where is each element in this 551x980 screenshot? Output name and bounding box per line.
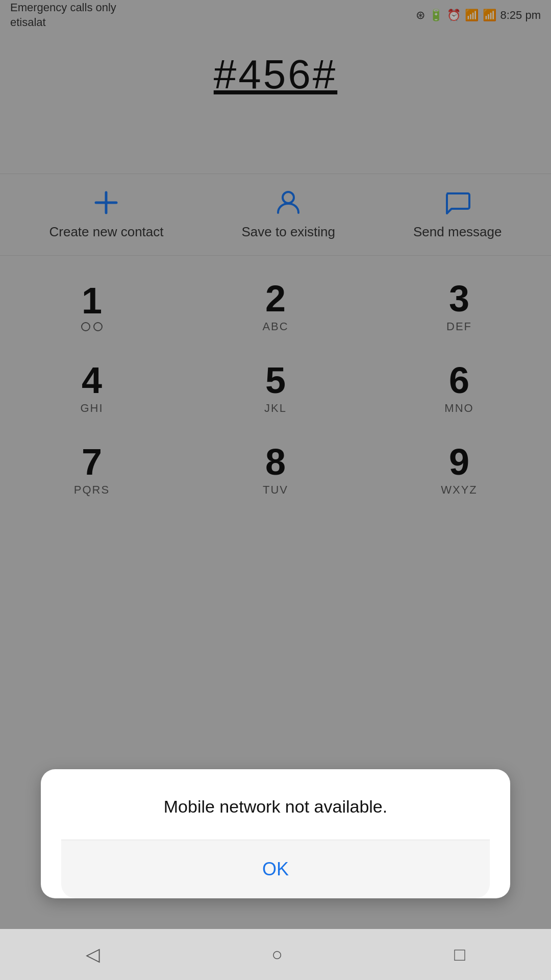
nav-bar: ◁ ○ □ (0, 929, 551, 980)
dialog-message: Mobile network not available. (61, 795, 490, 840)
back-button[interactable]: ◁ (86, 944, 100, 965)
dialog-box: Mobile network not available. OK (41, 769, 510, 898)
home-button[interactable]: ○ (271, 944, 283, 965)
dialog-overlay: Mobile network not available. OK (0, 0, 551, 980)
dialog-ok-button[interactable]: OK (61, 840, 490, 898)
recents-button[interactable]: □ (454, 944, 465, 965)
